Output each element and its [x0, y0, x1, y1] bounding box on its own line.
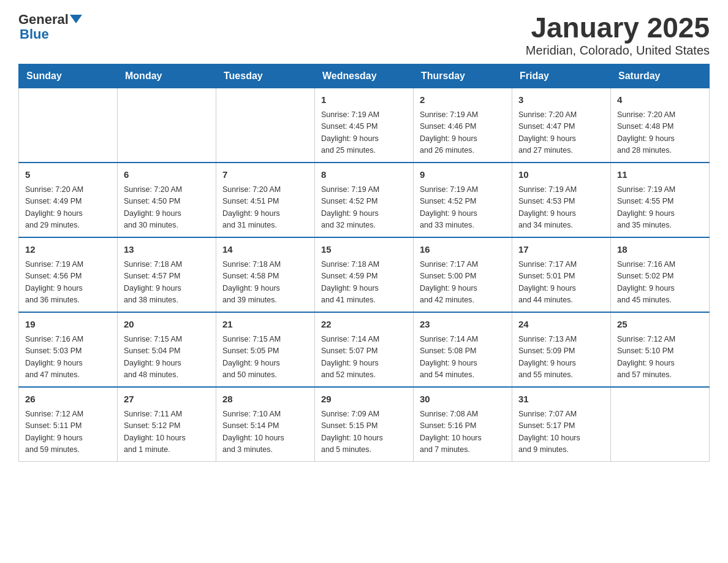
calendar-week-row: 12Sunrise: 7:19 AM Sunset: 4:56 PM Dayli… [19, 237, 710, 312]
day-number: 1 [321, 93, 407, 107]
calendar-week-row: 1Sunrise: 7:19 AM Sunset: 4:45 PM Daylig… [19, 88, 710, 163]
day-number: 29 [321, 393, 407, 407]
day-info: Sunrise: 7:10 AM Sunset: 5:14 PM Dayligh… [222, 408, 308, 456]
day-number: 24 [518, 318, 604, 332]
day-info: Sunrise: 7:14 AM Sunset: 5:07 PM Dayligh… [321, 334, 407, 381]
day-number: 10 [518, 168, 604, 182]
calendar-cell: 28Sunrise: 7:10 AM Sunset: 5:14 PM Dayli… [216, 387, 315, 462]
day-number: 23 [420, 318, 506, 332]
day-info: Sunrise: 7:08 AM Sunset: 5:16 PM Dayligh… [420, 408, 506, 456]
calendar-cell: 15Sunrise: 7:18 AM Sunset: 4:59 PM Dayli… [315, 237, 414, 312]
day-info: Sunrise: 7:16 AM Sunset: 5:03 PM Dayligh… [25, 334, 111, 381]
calendar-week-row: 26Sunrise: 7:12 AM Sunset: 5:11 PM Dayli… [19, 387, 710, 462]
logo-triangle-icon [70, 15, 82, 23]
day-info: Sunrise: 7:20 AM Sunset: 4:47 PM Dayligh… [518, 109, 604, 157]
calendar-header-thursday: Thursday [414, 64, 512, 88]
calendar-cell: 23Sunrise: 7:14 AM Sunset: 5:08 PM Dayli… [414, 312, 512, 387]
calendar-cell: 17Sunrise: 7:17 AM Sunset: 5:01 PM Dayli… [512, 237, 611, 312]
logo-blue-text: Blue [20, 27, 49, 42]
day-info: Sunrise: 7:19 AM Sunset: 4:45 PM Dayligh… [321, 109, 407, 157]
day-number: 18 [617, 243, 703, 257]
day-number: 27 [124, 393, 210, 407]
day-info: Sunrise: 7:20 AM Sunset: 4:51 PM Dayligh… [222, 184, 308, 232]
calendar-cell: 8Sunrise: 7:19 AM Sunset: 4:52 PM Daylig… [315, 163, 414, 237]
day-info: Sunrise: 7:19 AM Sunset: 4:52 PM Dayligh… [321, 184, 407, 232]
calendar-cell [19, 88, 118, 163]
calendar-table: SundayMondayTuesdayWednesdayThursdayFrid… [18, 64, 710, 462]
calendar-cell [216, 88, 315, 163]
calendar-cell: 11Sunrise: 7:19 AM Sunset: 4:55 PM Dayli… [611, 163, 710, 237]
calendar-cell: 30Sunrise: 7:08 AM Sunset: 5:16 PM Dayli… [414, 387, 512, 462]
day-number: 9 [420, 168, 506, 182]
day-info: Sunrise: 7:13 AM Sunset: 5:09 PM Dayligh… [518, 334, 604, 381]
day-info: Sunrise: 7:09 AM Sunset: 5:15 PM Dayligh… [321, 408, 407, 456]
day-info: Sunrise: 7:20 AM Sunset: 4:48 PM Dayligh… [617, 109, 703, 157]
calendar-header-sunday: Sunday [19, 64, 118, 88]
day-number: 21 [222, 318, 308, 332]
day-number: 25 [617, 318, 703, 332]
day-number: 14 [222, 243, 308, 257]
day-number: 11 [617, 168, 703, 182]
calendar-cell: 31Sunrise: 7:07 AM Sunset: 5:17 PM Dayli… [512, 387, 611, 462]
logo-general-text: General [18, 12, 69, 27]
day-number: 16 [420, 243, 506, 257]
calendar-cell: 5Sunrise: 7:20 AM Sunset: 4:49 PM Daylig… [19, 163, 118, 237]
day-number: 7 [222, 168, 308, 182]
calendar-cell: 21Sunrise: 7:15 AM Sunset: 5:05 PM Dayli… [216, 312, 315, 387]
day-number: 2 [420, 93, 506, 107]
calendar-header-saturday: Saturday [611, 64, 710, 88]
calendar-week-row: 19Sunrise: 7:16 AM Sunset: 5:03 PM Dayli… [19, 312, 710, 387]
day-info: Sunrise: 7:16 AM Sunset: 5:02 PM Dayligh… [617, 259, 703, 307]
calendar-cell: 22Sunrise: 7:14 AM Sunset: 5:07 PM Dayli… [315, 312, 414, 387]
day-info: Sunrise: 7:17 AM Sunset: 5:00 PM Dayligh… [420, 259, 506, 307]
day-number: 5 [25, 168, 111, 182]
calendar-header-row: SundayMondayTuesdayWednesdayThursdayFrid… [19, 64, 710, 88]
calendar-cell: 16Sunrise: 7:17 AM Sunset: 5:00 PM Dayli… [414, 237, 512, 312]
day-number: 15 [321, 243, 407, 257]
page-header: General Blue January 2025 Meridian, Colo… [18, 12, 710, 58]
calendar-cell: 27Sunrise: 7:11 AM Sunset: 5:12 PM Dayli… [118, 387, 216, 462]
day-info: Sunrise: 7:14 AM Sunset: 5:08 PM Dayligh… [420, 334, 506, 381]
day-info: Sunrise: 7:15 AM Sunset: 5:05 PM Dayligh… [222, 334, 308, 381]
day-number: 31 [518, 393, 604, 407]
calendar-header-tuesday: Tuesday [216, 64, 315, 88]
day-info: Sunrise: 7:19 AM Sunset: 4:55 PM Dayligh… [617, 184, 703, 232]
calendar-cell: 4Sunrise: 7:20 AM Sunset: 4:48 PM Daylig… [611, 88, 710, 163]
logo: General Blue [18, 12, 82, 42]
calendar-cell: 26Sunrise: 7:12 AM Sunset: 5:11 PM Dayli… [19, 387, 118, 462]
calendar-header-monday: Monday [118, 64, 216, 88]
day-info: Sunrise: 7:18 AM Sunset: 4:57 PM Dayligh… [124, 259, 210, 307]
day-number: 13 [124, 243, 210, 257]
day-info: Sunrise: 7:19 AM Sunset: 4:53 PM Dayligh… [518, 184, 604, 232]
day-number: 6 [124, 168, 210, 182]
day-number: 28 [222, 393, 308, 407]
calendar-cell: 9Sunrise: 7:19 AM Sunset: 4:52 PM Daylig… [414, 163, 512, 237]
day-number: 4 [617, 93, 703, 107]
calendar-cell: 29Sunrise: 7:09 AM Sunset: 5:15 PM Dayli… [315, 387, 414, 462]
day-info: Sunrise: 7:19 AM Sunset: 4:52 PM Dayligh… [420, 184, 506, 232]
day-info: Sunrise: 7:18 AM Sunset: 4:59 PM Dayligh… [321, 259, 407, 307]
day-number: 17 [518, 243, 604, 257]
calendar-week-row: 5Sunrise: 7:20 AM Sunset: 4:49 PM Daylig… [19, 163, 710, 237]
calendar-cell: 10Sunrise: 7:19 AM Sunset: 4:53 PM Dayli… [512, 163, 611, 237]
day-number: 12 [25, 243, 111, 257]
day-info: Sunrise: 7:19 AM Sunset: 4:56 PM Dayligh… [25, 259, 111, 307]
calendar-cell: 6Sunrise: 7:20 AM Sunset: 4:50 PM Daylig… [118, 163, 216, 237]
calendar-subtitle: Meridian, Colorado, United States [526, 44, 710, 58]
day-info: Sunrise: 7:17 AM Sunset: 5:01 PM Dayligh… [518, 259, 604, 307]
calendar-title: January 2025 [526, 12, 710, 44]
day-info: Sunrise: 7:07 AM Sunset: 5:17 PM Dayligh… [518, 408, 604, 456]
day-info: Sunrise: 7:20 AM Sunset: 4:50 PM Dayligh… [124, 184, 210, 232]
day-number: 8 [321, 168, 407, 182]
day-number: 19 [25, 318, 111, 332]
calendar-header-wednesday: Wednesday [315, 64, 414, 88]
calendar-cell: 1Sunrise: 7:19 AM Sunset: 4:45 PM Daylig… [315, 88, 414, 163]
calendar-cell: 12Sunrise: 7:19 AM Sunset: 4:56 PM Dayli… [19, 237, 118, 312]
calendar-cell [611, 387, 710, 462]
day-number: 22 [321, 318, 407, 332]
calendar-header-friday: Friday [512, 64, 611, 88]
day-number: 26 [25, 393, 111, 407]
day-info: Sunrise: 7:11 AM Sunset: 5:12 PM Dayligh… [124, 408, 210, 456]
day-number: 30 [420, 393, 506, 407]
day-info: Sunrise: 7:15 AM Sunset: 5:04 PM Dayligh… [124, 334, 210, 381]
